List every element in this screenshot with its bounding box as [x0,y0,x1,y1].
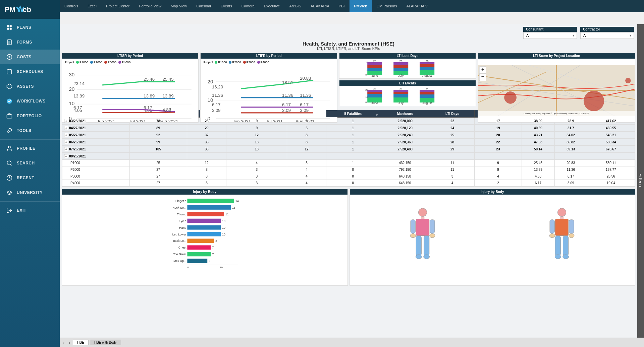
consultant-select[interactable]: All [523,32,577,39]
sidebar-item-costs[interactable]: $ COSTS [0,50,60,64]
svg-text:PM: PM [5,6,15,14]
svg-text:eb: eb [23,6,31,14]
svg-text:Thumb: Thumb [177,213,186,216]
svg-line-22 [10,164,11,165]
plans-icon [5,23,13,31]
svg-text:$: $ [8,55,10,59]
injury-by-body-figure-chart: Injury by Body [350,189,636,286]
svg-rect-151 [187,245,211,250]
consultant-filter: Consultant All [523,27,577,39]
svg-point-20 [8,146,10,148]
expand-icon[interactable]: + [64,140,68,144]
sidebar-label-assets: ASSETS [17,84,34,89]
table-sub-row: P2000 27 8 3 4 0 792,150 11 9 13.89 11.3… [62,166,635,173]
svg-text:8: 8 [215,239,217,242]
svg-text:7: 7 [212,246,214,249]
ltifr-content: Project P1000 P2000 P3000 P4000 0 10 20 [201,59,337,122]
tab-hse-with-body[interactable]: HSE with Body [90,340,121,345]
topnav-pmweb[interactable]: PMWeb [350,0,372,12]
svg-rect-139 [187,219,221,223]
sidebar-item-university[interactable]: UNIVERSITY [0,185,60,200]
svg-rect-154 [187,252,211,256]
svg-text:Finger s: Finger s [175,199,186,203]
expand-icon[interactable]: − [64,154,68,158]
topnav-pbi[interactable]: PBI [334,0,350,12]
sidebar-item-profile[interactable]: PROFILE [0,141,60,156]
svg-text:Jun 2021: Jun 2021 [97,119,115,122]
svg-text:20: 20 [69,86,75,92]
svg-rect-78 [393,68,408,71]
sidebar-item-plans[interactable]: PLANS [0,20,60,35]
filters-sidebar[interactable]: Filters [637,24,644,338]
sidebar-item-tools[interactable]: TOOLS [0,123,60,138]
svg-rect-93 [367,94,382,97]
svg-text:14: 14 [235,199,239,203]
sidebar-item-portfolio[interactable]: PORTFOLIO [0,109,60,123]
sidebar-item-recent[interactable]: RECENT [0,170,60,185]
lti-lost-days-title: LTI Lost Days [339,53,476,59]
logo: PM W eb [5,3,38,15]
tab-nav-left[interactable]: ‹ [61,340,67,345]
svg-point-169 [410,233,416,238]
svg-rect-103 [420,90,434,92]
top-charts-row: LTISR by Period Project P1000 P2000 P300… [62,53,635,108]
svg-text:23: 23 [399,87,402,90]
topnav-executive[interactable]: Executive [259,0,285,12]
topnav-camera[interactable]: Camera [237,0,259,12]
contractor-filter: Contractor All [580,27,634,39]
expand-icon[interactable]: + [64,147,68,151]
topnav-arcgis[interactable]: ArcGIS [284,0,306,12]
svg-text:23.14: 23.14 [73,81,85,86]
contractor-select[interactable]: All [580,32,634,39]
svg-text:20: 20 [365,89,368,91]
topnav-al-akaria[interactable]: AL AKARIA [306,0,334,12]
top-navigation: Controls Excel Project Center Portfolio … [60,0,644,12]
svg-text:6: 6 [209,259,210,263]
svg-rect-70 [367,62,382,65]
expand-icon[interactable]: + [64,126,68,130]
topnav-alarakia[interactable]: ALARAKIA V... [402,0,435,12]
sidebar-item-workflows[interactable]: WORKFLOWS [0,94,60,109]
topnav-dm-parsons[interactable]: DM Parsons [372,0,402,12]
svg-point-172 [424,255,430,259]
ltisr-title: LTISR by Period [62,53,198,59]
svg-text:August: August [422,101,432,105]
workflows-icon [5,97,13,105]
svg-text:6.17: 6.17 [300,102,309,107]
sidebar-label-recent: RECENT [17,176,34,180]
sidebar-item-assets[interactable]: ASSETS [0,79,60,94]
ltifr-svg: 0 10 20 Jun 2021 Jul 2021 Aug 2021 16.20 [202,65,335,122]
sidebar-item-forms[interactable]: FORMS [0,35,60,50]
topnav-excel[interactable]: Excel [83,0,101,12]
svg-text:July: July [398,101,404,105]
sidebar-item-search[interactable]: SEARCH [0,156,60,170]
svg-text:30: 30 [69,72,75,77]
lti-lost-days-chart: LTI Lost Days 28 June [339,53,476,79]
costs-icon: $ [5,53,13,61]
svg-text:3.09: 3.09 [282,108,291,113]
topnav-controls[interactable]: Controls [60,0,83,12]
legend-p2000: P2000 [90,61,102,64]
sidebar-label-portfolio: PORTFOLIO [17,114,42,118]
svg-text:−: − [481,73,485,79]
sidebar-item-schedules[interactable]: SCHEDULES [0,64,60,79]
topnav-events[interactable]: Events [216,0,237,12]
topnav-calendar[interactable]: Calendar [192,0,216,12]
tab-hse[interactable]: HSE [73,340,89,345]
injury-by-body-bar-chart: Injury by Body Finger s 14 Neck So... 13… [62,189,348,286]
table-sub-row: P3000 27 8 3 4 0 648,150 3 4 4.63 6.17 2… [62,173,635,180]
svg-text:6.17: 6.17 [212,102,221,107]
map-svg: + − Leaflet | Icon Map | Map data © Open… [478,59,635,122]
topnav-map-view[interactable]: Map View [166,0,192,12]
sidebar-item-exit[interactable]: EXIT [0,203,60,218]
svg-text:June: June [371,101,378,105]
table-row: +04/27/2021 89 29 9 5 1 2,520,120 24 19 … [62,125,635,132]
ltisr-legend: Project P1000 P2000 P3000 P4000 [63,60,197,65]
expand-icon[interactable]: + [64,133,68,137]
svg-text:11.36: 11.36 [282,93,293,98]
topnav-portfolio-view[interactable]: Portfolio View [134,0,166,12]
topnav-project-center[interactable]: Project Center [101,0,134,12]
svg-rect-136 [187,212,224,216]
svg-point-21 [7,161,11,165]
tab-nav-right[interactable]: › [67,340,72,345]
